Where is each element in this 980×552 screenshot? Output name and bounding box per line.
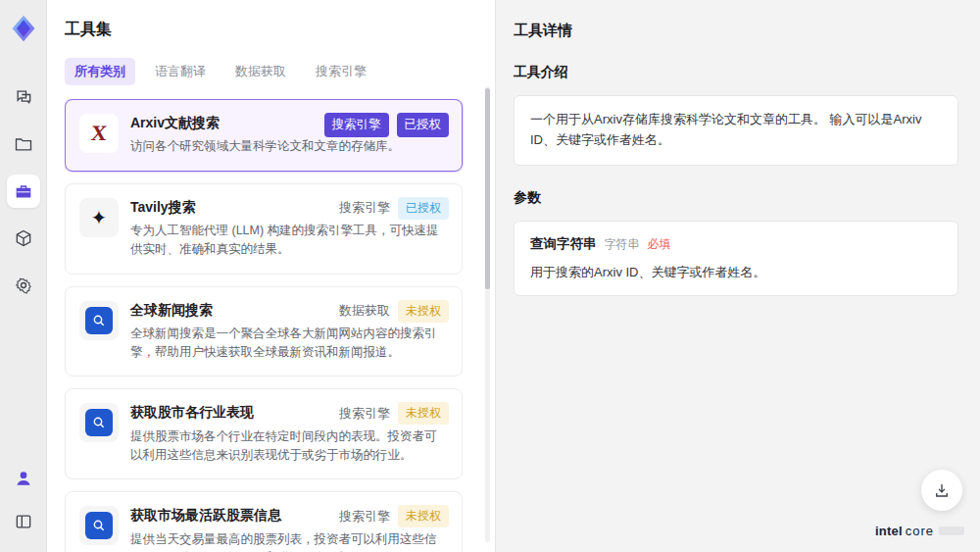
tool-card-tavily[interactable]: ✦ Tavily搜索 专为人工智能代理 (LLM) 构建的搜索引擎工具，可快速提…	[65, 183, 463, 275]
details-title: 工具详情	[514, 22, 958, 40]
sparkle-icon: ✦	[79, 198, 119, 237]
page-title: 工具集	[65, 20, 472, 40]
download-button[interactable]	[921, 470, 962, 511]
user-avatar-button[interactable]	[7, 462, 40, 495]
news-search-icon	[79, 301, 119, 340]
tool-card-arxiv[interactable]: X Arxiv文献搜索 访问各个研究领域大量科学论文和文章的存储库。 搜索引擎 …	[65, 99, 463, 172]
rail-nav	[7, 80, 40, 302]
param-description: 用于搜索的Arxiv ID、关键字或作者姓名。	[530, 263, 942, 282]
sidebar-item-settings[interactable]	[7, 269, 40, 302]
left-rail	[0, 0, 47, 552]
brand-suffix-badge	[939, 527, 964, 535]
collapse-panel-button[interactable]	[7, 505, 40, 538]
user-icon	[14, 469, 33, 488]
tab-data-fetch[interactable]: 数据获取	[225, 58, 296, 85]
toolset-panel: 工具集 所有类别 语言翻译 数据获取 搜索引擎 X Arxiv文献搜索 访问各个…	[47, 0, 490, 552]
toolbox-icon	[14, 181, 33, 201]
tab-search-engine[interactable]: 搜索引擎	[306, 58, 376, 85]
param-card: 查询字符串 字符串 必填 用于搜索的Arxiv ID、关键字或作者姓名。	[514, 221, 958, 297]
brand-intel: intel	[875, 524, 903, 538]
param-required-label: 必填	[648, 236, 671, 253]
tool-card-stock-sector[interactable]: 获取股市各行业表现 提供股票市场各个行业在特定时间段内的表现。投资者可以利用这些…	[65, 388, 463, 479]
tool-description: 提供当天交易量最高的股票列表，投资者可以利用这些信息来识别流动性强的股票和潜在的…	[130, 530, 442, 552]
category-tabs: 所有类别 语言翻译 数据获取 搜索引擎	[65, 58, 472, 85]
tool-tags: 搜索引擎 未授权	[339, 402, 449, 425]
intro-heading: 工具介绍	[514, 64, 958, 81]
app-logo[interactable]	[7, 12, 40, 45]
param-type: 字符串	[605, 236, 640, 253]
tab-language-translation[interactable]: 语言翻译	[145, 58, 216, 85]
scrollbar-thumb[interactable]	[485, 88, 490, 289]
download-icon	[933, 481, 951, 499]
tool-card-active-stock[interactable]: 获取市场最活跃股票信息 提供当天交易量最高的股票列表，投资者可以利用这些信息来识…	[65, 491, 463, 552]
tool-card-global-news[interactable]: 全球新闻搜索 全球新闻搜索是一个聚合全球各大新闻网站内容的搜索引擎，帮助用户快速…	[65, 286, 463, 377]
status-badge: 已授权	[398, 197, 449, 220]
logo-icon	[9, 14, 38, 43]
sidebar-item-packages[interactable]	[7, 222, 40, 255]
intro-card: 一个用于从Arxiv存储库搜索科学论文和文章的工具。 输入可以是Arxiv ID…	[514, 95, 958, 166]
tool-list: X Arxiv文献搜索 访问各个研究领域大量科学论文和文章的存储库。 搜索引擎 …	[65, 99, 472, 552]
status-badge: 未授权	[398, 300, 449, 323]
stock-sector-icon	[79, 403, 119, 442]
category-label: 搜索引擎	[339, 405, 390, 423]
brand-core: core	[906, 524, 934, 538]
tab-all-categories[interactable]: 所有类别	[65, 58, 135, 85]
sidebar-item-files[interactable]	[7, 127, 40, 161]
rail-bottom	[7, 462, 40, 538]
panel-toggle-icon	[14, 512, 33, 531]
category-label: 数据获取	[339, 302, 390, 320]
settings-icon	[14, 276, 33, 295]
arxiv-icon: X	[79, 114, 119, 153]
params-heading: 参数	[514, 189, 958, 207]
tool-description: 全球新闻搜索是一个聚合全球各大新闻网站内容的搜索引擎，帮助用户快速获取全球最新资…	[130, 325, 442, 363]
folder-icon	[14, 134, 33, 154]
category-label: 搜索引擎	[339, 508, 390, 526]
status-badge: 未授权	[398, 402, 449, 425]
tool-description: 提供股票市场各个行业在特定时间段内的表现。投资者可以利用这些信息来识别表现优于或…	[130, 427, 442, 466]
status-badge: 未授权	[398, 505, 449, 527]
status-badge: 已授权	[397, 113, 450, 137]
tool-tags: 搜索引擎 已授权	[324, 113, 450, 137]
category-badge: 搜索引擎	[324, 113, 389, 137]
param-name: 查询字符串	[530, 235, 597, 253]
chat-icon	[14, 87, 33, 107]
active-stock-icon	[79, 506, 119, 545]
tool-details-panel: 工具详情 工具介绍 一个用于从Arxiv存储库搜索科学论文和文章的工具。 输入可…	[495, 0, 980, 552]
category-label: 搜索引擎	[339, 199, 390, 217]
tool-tags: 数据获取 未授权	[339, 300, 449, 323]
tool-description: 访问各个研究领域大量科学论文和文章的存储库。	[130, 137, 442, 156]
intel-core-logo: intel core	[875, 524, 964, 538]
sidebar-item-tools[interactable]	[7, 175, 40, 208]
cube-icon	[14, 228, 33, 248]
tool-description: 专为人工智能代理 (LLM) 构建的搜索引擎工具，可快速提供实时、准确和真实的结…	[130, 222, 442, 260]
list-scrollbar[interactable]	[485, 86, 490, 542]
tool-tags: 搜索引擎 未授权	[339, 505, 449, 527]
intro-text: 一个用于从Arxiv存储库搜索科学论文和文章的工具。 输入可以是Arxiv ID…	[530, 110, 942, 151]
tool-tags: 搜索引擎 已授权	[339, 197, 449, 220]
sidebar-item-chat[interactable]	[7, 80, 40, 114]
